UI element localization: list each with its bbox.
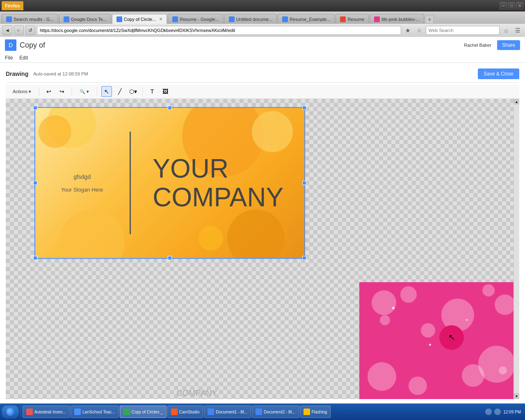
doc1-label: Document1 - M... [216, 410, 247, 414]
menu-icon[interactable]: ☰ [513, 25, 523, 35]
bookmark-add-icon[interactable]: ☆ [414, 25, 424, 35]
windows-orb [6, 408, 14, 416]
page-title: Copy of [20, 41, 45, 50]
tab-label-docs1: Google Docs Te... [71, 17, 107, 22]
tab-close-active[interactable]: ✕ [159, 17, 162, 21]
share-button[interactable]: Share [497, 40, 520, 50]
browser-window: Firefox ─ □ ✕ Search results - G... Goog… [0, 0, 525, 420]
address-bar[interactable] [37, 26, 401, 35]
tab-label-search: Search results - G... [14, 17, 54, 22]
sparkle2 [466, 319, 468, 321]
handle-top-center[interactable] [168, 106, 172, 110]
tab-icon-pink [374, 16, 380, 22]
line-tool-button[interactable]: ╱ [114, 86, 125, 97]
doc-header: D Copy of Rachel Baber Share File Edit [0, 37, 525, 63]
actions-label: Actions [13, 89, 27, 94]
undo-button[interactable]: ↩ [43, 86, 54, 97]
tab-icon-res2 [340, 16, 346, 22]
tab-resume[interactable]: Resume [336, 14, 369, 24]
start-button[interactable] [2, 405, 19, 418]
tab-copy-of-circle[interactable]: Copy of Circle... ✕ [112, 14, 167, 24]
save-close-button[interactable]: Save & Close [478, 68, 519, 79]
reload-button[interactable]: ↺ [25, 25, 35, 35]
taskbar-doc1[interactable]: Document1 - M... [204, 406, 251, 418]
tab-google-docs-te[interactable]: Google Docs Te... [59, 14, 111, 24]
autodesk-icon [26, 409, 33, 415]
back-button[interactable]: ◄ [2, 25, 12, 35]
tab-resume-example[interactable]: Resume_Example... [278, 14, 335, 24]
wb8 [368, 362, 396, 391]
tab-life-pink[interactable]: life-pink-bubbles-... [370, 14, 424, 24]
search-input[interactable] [426, 26, 500, 35]
taskbar-doc2[interactable]: Document2 - M... [252, 406, 299, 418]
select-tool-button[interactable]: ↖ [101, 86, 112, 97]
cam-label: CamStudio [179, 410, 199, 414]
taskbar-right: 12:09 PM [485, 409, 523, 415]
drawing-title: Drawing [6, 71, 28, 77]
handle-middle-right[interactable] [302, 181, 306, 185]
handle-bottom-right[interactable] [302, 256, 306, 260]
taskbar: Autodesk Inven... LanSchool Teac... Copy… [0, 404, 525, 420]
business-card-container[interactable]: gfsdgd Your Slogan Here YOUR COMPANY [34, 107, 305, 259]
scroll-track[interactable] [514, 105, 519, 393]
scroll-up-button[interactable]: ▲ [514, 99, 519, 105]
handle-top-right[interactable] [302, 106, 306, 110]
doc-icon: D [5, 39, 16, 51]
menu-file[interactable]: File [5, 53, 13, 62]
tab-untitled-doc[interactable]: Untitled docume... [224, 14, 277, 24]
redo-button[interactable]: ↪ [57, 86, 67, 97]
wb6 [380, 315, 390, 325]
scroll-down-button[interactable]: ▼ [514, 393, 519, 399]
taskbar-autodesk[interactable]: Autodesk Inven... [23, 406, 70, 418]
wb1 [372, 290, 396, 315]
minimize-button[interactable]: ─ [500, 2, 507, 9]
doc-menu-bar: File Edit [0, 53, 525, 62]
doc-title-bar: D Copy of Rachel Baber Share [0, 37, 525, 53]
circles-icon [123, 409, 130, 415]
actions-menu-button[interactable]: Actions ▾ [9, 86, 35, 97]
shape-tool-button[interactable]: ⬡▾ [128, 86, 138, 97]
sparkle1 [392, 307, 395, 309]
tab-icon-resume [172, 16, 178, 22]
taskbar-lanschool[interactable]: LanSchool Teac... [71, 406, 119, 418]
cursor-icon: ↖ [448, 332, 455, 342]
vertical-scrollbar[interactable]: ▲ ▼ [514, 99, 519, 399]
bookmark-icon[interactable]: ★ [403, 25, 413, 35]
taskbar-copy-circles[interactable]: Copy of Circles _ [120, 406, 167, 418]
doc2-icon [256, 409, 262, 415]
sparkle3 [429, 344, 431, 346]
tab-label-pink: life-pink-bubbles-... [381, 17, 420, 22]
taskbar-sep-1 [21, 406, 21, 418]
handle-top-left[interactable] [33, 106, 37, 110]
menu-edit[interactable]: Edit [19, 53, 28, 62]
forward-button[interactable]: ► [14, 25, 24, 35]
wb9 [409, 377, 427, 395]
systray-icon-1 [485, 409, 492, 415]
firefox-label: Firefox [2, 1, 23, 10]
user-area: Rachel Baber Share [464, 40, 520, 50]
circles-label: Copy of Circles _ [132, 410, 163, 414]
title-bar: Firefox ─ □ ✕ [0, 0, 525, 11]
wb7 [421, 323, 435, 338]
autodesk-label: Autodesk Inven... [34, 410, 66, 414]
text-tool-button[interactable]: T [147, 86, 158, 97]
handle-bottom-center[interactable] [168, 256, 172, 260]
tab-new-button[interactable]: + [425, 15, 434, 24]
bottom-partial-text: COMPANY [34, 387, 359, 399]
image-tool-button[interactable]: 🖼 [160, 86, 171, 97]
flash-icon [304, 409, 310, 415]
zoom-button[interactable]: 🔍 ▾ [76, 86, 93, 97]
taskbar-camstudio[interactable]: CamStudio [167, 406, 203, 418]
tab-label-active: Copy of Circle... [124, 17, 156, 22]
home-icon[interactable]: ⌂ [501, 25, 511, 35]
maximize-button[interactable]: □ [508, 2, 515, 9]
zoom-icon: 🔍 [80, 89, 85, 94]
tab-resume-google[interactable]: Resume - Google... [168, 14, 223, 24]
handle-bottom-left[interactable] [33, 256, 37, 260]
tab-icon-active [116, 16, 122, 22]
handle-middle-left[interactable] [33, 181, 37, 185]
close-button[interactable]: ✕ [516, 2, 523, 9]
doc2-label: Document2 - M... [264, 410, 295, 414]
taskbar-flashing[interactable]: Flashing [300, 406, 331, 418]
tab-search-results[interactable]: Search results - G... [2, 14, 58, 24]
